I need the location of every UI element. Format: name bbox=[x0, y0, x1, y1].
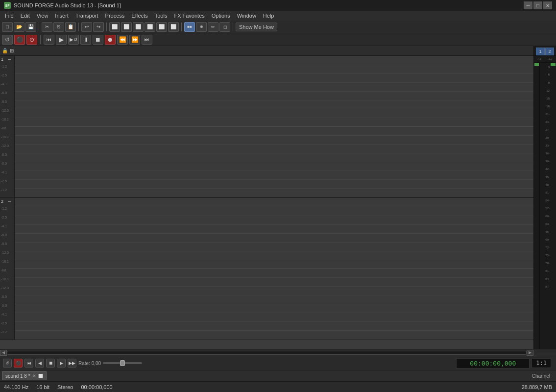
menu-file[interactable]: File bbox=[2, 12, 17, 20]
tool5-button[interactable]: ⬜ bbox=[156, 22, 167, 32]
waveform-ruler: 🔒 ⊞ bbox=[0, 46, 533, 56]
scroll-area: ◀ ▶ bbox=[0, 349, 556, 356]
rate-label: Rate: 0,00 bbox=[78, 361, 101, 366]
scrollbar-right-button[interactable]: ▶ bbox=[527, 350, 533, 356]
meter-scale: 3 6 9 12 15 18 21- 24- 27- 30- 33- 36- 3… bbox=[534, 63, 556, 349]
minimize-button[interactable]: ─ bbox=[524, 1, 532, 9]
title-bar: SF SOUND FORGE Audio Studio 13 - [Sound … bbox=[0, 0, 556, 11]
scrollbar-track[interactable] bbox=[7, 351, 527, 355]
show-me-how-button[interactable]: Show Me How bbox=[236, 23, 277, 31]
menu-edit[interactable]: Edit bbox=[18, 12, 33, 20]
loop-mode-button[interactable]: ↺ bbox=[2, 35, 13, 45]
menu-options[interactable]: Options bbox=[209, 12, 233, 20]
tick-63: 63- bbox=[545, 222, 550, 225]
stop-transport-button[interactable]: ⏹ bbox=[46, 359, 55, 368]
tool4-button[interactable]: ⬜ bbox=[145, 22, 155, 32]
db-label-ch2-5: -8.5 bbox=[1, 242, 7, 245]
db-label-ch1-11: -8.5 bbox=[1, 153, 7, 156]
channel-label: Channel bbox=[532, 373, 554, 379]
channel1-collapse-icon[interactable]: ─ bbox=[8, 57, 11, 62]
stop-button[interactable]: ⏹ bbox=[93, 35, 103, 45]
cut-button[interactable]: ✂ bbox=[42, 22, 52, 32]
db-label-ch1-15: -1.2 bbox=[1, 188, 7, 192]
paste-button[interactable]: 📋 bbox=[65, 22, 76, 32]
next-marker-button[interactable]: ⏩ bbox=[129, 35, 140, 45]
channel2-content[interactable] bbox=[15, 198, 533, 340]
save-button[interactable]: 💾 bbox=[25, 22, 36, 32]
prev-marker-button[interactable]: ⏪ bbox=[117, 35, 128, 45]
loop-toggle-button[interactable]: ↺ bbox=[3, 359, 12, 368]
channel2-collapse-icon[interactable]: ─ bbox=[8, 199, 11, 204]
tick-3: 3 bbox=[548, 66, 550, 69]
menu-tools[interactable]: Tools bbox=[152, 12, 170, 20]
play-transport-button[interactable]: ▶ bbox=[57, 359, 66, 368]
tab-close-icon[interactable]: ✕ bbox=[32, 373, 36, 378]
copy-button[interactable]: ⎘ bbox=[53, 22, 64, 32]
menu-transport[interactable]: Transport bbox=[73, 12, 101, 20]
tick-30: 30- bbox=[545, 136, 550, 139]
eraser-button[interactable]: ◻ bbox=[219, 22, 230, 32]
sep1 bbox=[39, 23, 39, 31]
db-label-ch2-12: -6.0 bbox=[1, 304, 7, 307]
record-transport-button[interactable]: ⚫ bbox=[14, 359, 23, 368]
maximize-button[interactable]: □ bbox=[533, 1, 542, 9]
tick-54: 54- bbox=[545, 199, 550, 202]
tool1-button[interactable]: ⬜ bbox=[109, 22, 120, 32]
play-looped-button[interactable]: ▶↺ bbox=[68, 35, 79, 45]
toolbar2: ↺ ⚫ ⊙ ⏮ ▶ ▶↺ ⏸ ⏹ ⏺ ⏪ ⏩ ⏭ bbox=[0, 33, 556, 46]
tick-27: 27- bbox=[545, 128, 550, 131]
redo-button[interactable]: ↪ bbox=[93, 22, 104, 32]
timestamp: 00:00:00,000 bbox=[81, 384, 113, 390]
go-start-transport-button[interactable]: ⏮ bbox=[24, 359, 33, 368]
tool6-button[interactable]: ⬜ bbox=[168, 22, 179, 32]
pencil-button[interactable]: ✏ bbox=[208, 22, 218, 32]
level-meter: 1 2 -Inf. -Inf. 3 6 9 12 15 bbox=[533, 46, 556, 349]
sound1-tab[interactable]: sound 1 8 * ✕ ⬜ bbox=[2, 371, 47, 380]
prev-transport-button[interactable]: ◀ bbox=[35, 359, 44, 368]
menu-effects[interactable]: Effects bbox=[128, 12, 150, 20]
meter-bar-ch1-level bbox=[534, 63, 539, 66]
lock-icon: 🔒 bbox=[2, 48, 8, 53]
record-button[interactable]: ⏺ bbox=[105, 35, 116, 45]
title-bar-controls[interactable]: ─ □ ✕ bbox=[524, 1, 552, 9]
edit-mode-button[interactable]: ■■ bbox=[184, 22, 195, 32]
close-button[interactable]: ✕ bbox=[543, 1, 552, 9]
tick-60: 60- bbox=[545, 215, 550, 218]
menu-fx-favorites[interactable]: FX Favorites bbox=[171, 12, 207, 20]
menu-process[interactable]: Process bbox=[102, 12, 128, 20]
tool3-button[interactable]: ⬜ bbox=[133, 22, 144, 32]
open-button[interactable]: 📂 bbox=[14, 22, 24, 32]
tab-float-icon[interactable]: ⬜ bbox=[38, 374, 43, 378]
next-transport-button[interactable]: ▶▶ bbox=[68, 359, 76, 368]
menu-view[interactable]: View bbox=[34, 12, 51, 20]
input-monitor-button[interactable]: ⊙ bbox=[26, 35, 37, 45]
zoom-button[interactable]: ⊕ bbox=[196, 22, 207, 32]
record-arm-button[interactable]: ⚫ bbox=[14, 35, 25, 45]
meter-ch1-button[interactable]: 1 bbox=[536, 48, 545, 55]
tab-bar: sound 1 8 * ✕ ⬜ Channel bbox=[0, 370, 556, 381]
rate-slider[interactable] bbox=[103, 362, 142, 364]
db-label-ch2-9: -18.1 bbox=[1, 277, 9, 281]
meter-ch2-button[interactable]: 2 bbox=[545, 48, 554, 55]
go-end-button[interactable]: ⏭ bbox=[142, 35, 152, 45]
tick-36: 36- bbox=[545, 152, 550, 155]
pause-button[interactable]: ⏸ bbox=[80, 35, 91, 45]
rate-slider-thumb[interactable] bbox=[120, 360, 125, 366]
play-button[interactable]: ▶ bbox=[56, 35, 67, 45]
db-label-ch1-7: -18.1 bbox=[1, 118, 9, 121]
menu-help[interactable]: Help bbox=[260, 12, 277, 20]
meter-inf-header: -Inf. -Inf. bbox=[534, 56, 556, 63]
scrollbar-left-button[interactable]: ◀ bbox=[0, 350, 7, 356]
undo-button[interactable]: ↩ bbox=[81, 22, 92, 32]
tool2-button[interactable]: ⬜ bbox=[121, 22, 132, 32]
channel1-content[interactable] bbox=[15, 56, 533, 197]
new-button[interactable]: □ bbox=[2, 22, 13, 32]
go-start-button[interactable]: ⏮ bbox=[44, 35, 54, 45]
db-label-ch1-13: -4.1 bbox=[1, 171, 7, 174]
menu-window[interactable]: Window bbox=[234, 12, 259, 20]
tick-84: 84- bbox=[545, 277, 550, 280]
menu-insert[interactable]: Insert bbox=[52, 12, 72, 20]
tick-24: 24- bbox=[545, 121, 550, 123]
tick-78: 78- bbox=[545, 262, 550, 265]
sep6 bbox=[40, 35, 41, 44]
